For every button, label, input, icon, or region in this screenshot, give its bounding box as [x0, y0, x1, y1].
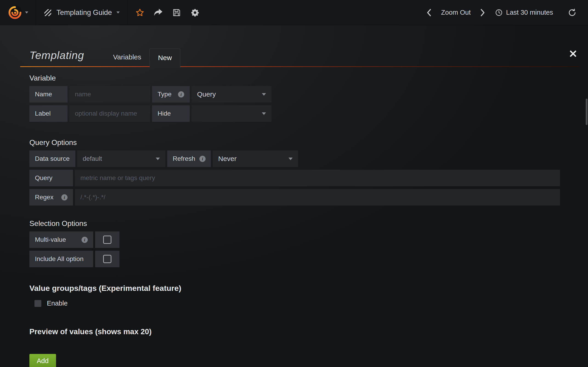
share-icon [154, 8, 163, 17]
variable-form: Variable Name Type i Query Label Hide Qu… [29, 74, 579, 367]
query-input[interactable] [75, 170, 560, 186]
grafana-logo-icon [8, 5, 22, 20]
time-range-label: Last 30 minutes [506, 9, 553, 16]
regex-row: Regex i [29, 189, 560, 206]
section-heading-preview: Preview of values (shows max 20) [29, 327, 579, 336]
info-icon: i [178, 91, 184, 98]
type-select-value: Query [197, 90, 216, 98]
editor-title: Templating [29, 49, 84, 67]
section-heading-value-groups: Value groups/tags (Experimental feature) [29, 284, 579, 293]
refresh-label: Refresh i [167, 150, 211, 167]
star-button[interactable] [133, 6, 147, 19]
multi-value-row: Multi-value i [29, 232, 579, 248]
caret-down-icon [156, 158, 160, 160]
multi-value-label: Multi-value i [29, 232, 93, 248]
star-icon [136, 8, 144, 17]
close-button[interactable] [568, 49, 578, 59]
multi-value-checkbox[interactable] [95, 232, 120, 248]
multi-value-label-text: Multi-value [35, 236, 66, 243]
refresh-select[interactable]: Never [213, 150, 298, 167]
label-label: Label [29, 105, 68, 122]
label-row: Label Hide [29, 105, 579, 122]
grafana-menu-button[interactable] [0, 0, 36, 25]
datasource-label: Data source [29, 150, 75, 167]
editor-header: Templating Variables New [20, 44, 579, 67]
close-icon [570, 50, 577, 57]
dashboard-picker[interactable]: Templating Guide [36, 0, 128, 25]
gear-icon [191, 8, 199, 17]
refresh-button[interactable] [565, 6, 579, 19]
refresh-icon [568, 8, 576, 17]
hide-select[interactable] [191, 105, 271, 122]
time-forward-button[interactable] [476, 6, 489, 19]
share-button[interactable] [152, 6, 165, 19]
zoom-out-label: Zoom Out [441, 9, 471, 16]
checkbox-icon [103, 236, 111, 244]
include-all-checkbox[interactable] [95, 251, 120, 267]
include-all-label: Include All option [29, 251, 93, 267]
name-row: Name Type i Query [29, 86, 579, 102]
caret-down-icon [288, 158, 293, 160]
tab-underline [20, 66, 579, 67]
dashboard-title: Templating Guide [57, 8, 112, 17]
info-icon: i [199, 156, 206, 162]
caret-down-icon [262, 93, 266, 96]
settings-button[interactable] [188, 6, 202, 19]
caret-down-icon [25, 11, 28, 14]
dashboard-icon [44, 8, 52, 17]
datasource-row: Data source default Refresh i Never [29, 150, 579, 167]
clock-icon [495, 9, 503, 17]
enable-label: Enable [47, 300, 68, 307]
navbar: Templating Guide [0, 0, 588, 25]
refresh-select-value: Never [218, 155, 237, 163]
enable-row: Enable [35, 300, 579, 307]
datasource-select-value: default [83, 155, 102, 162]
add-button[interactable]: Add [29, 354, 56, 367]
tab-new[interactable]: New [149, 49, 180, 68]
label-input[interactable] [69, 105, 150, 122]
section-heading-selection-options: Selection Options [29, 219, 579, 228]
caret-down-icon [262, 112, 266, 115]
chevron-left-icon [426, 9, 432, 17]
query-row: Query [29, 170, 560, 186]
refresh-label-text: Refresh [173, 155, 195, 162]
section-heading-variable: Variable [29, 74, 579, 82]
regex-label-text: Regex [35, 194, 53, 201]
time-back-button[interactable] [422, 6, 435, 19]
type-label: Type i [152, 86, 190, 102]
time-range-picker[interactable]: Last 30 minutes [491, 6, 557, 19]
checkbox-icon [103, 255, 111, 263]
caret-down-icon [116, 11, 120, 14]
datasource-select[interactable]: default [77, 150, 165, 167]
regex-input[interactable] [75, 189, 560, 206]
chevron-right-icon [480, 9, 485, 17]
info-icon: i [82, 237, 88, 243]
include-all-row: Include All option [29, 251, 579, 267]
query-label: Query [29, 170, 73, 186]
section-heading-query-options: Query Options [29, 138, 579, 147]
templating-editor: Templating Variables New Variable Name T… [20, 44, 579, 367]
time-controls: Zoom Out Last 30 minutes [422, 0, 588, 25]
info-icon: i [61, 194, 68, 200]
regex-label: Regex i [29, 189, 73, 206]
tab-variables[interactable]: Variables [105, 53, 149, 67]
hide-label: Hide [152, 105, 190, 122]
scrollbar-thumb[interactable] [586, 99, 588, 125]
enable-checkbox[interactable] [35, 300, 41, 307]
name-label: Name [29, 86, 68, 102]
save-icon [173, 8, 181, 17]
type-select[interactable]: Query [191, 86, 271, 102]
type-label-text: Type [157, 91, 172, 98]
name-input[interactable] [69, 86, 150, 102]
zoom-out-button[interactable]: Zoom Out [437, 6, 474, 19]
dashboard-actions [128, 0, 207, 25]
save-button[interactable] [170, 6, 183, 19]
